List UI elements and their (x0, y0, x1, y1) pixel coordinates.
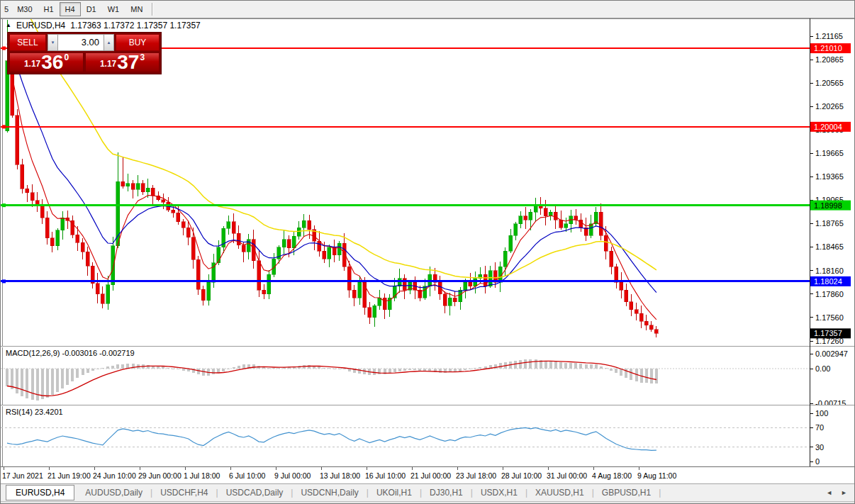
candle-body (181, 222, 185, 228)
candle-body (368, 308, 371, 318)
macd-histogram-bar (36, 369, 39, 401)
chart-tab-dj30-h1[interactable]: DJ30,H1 (423, 486, 470, 500)
macd-histogram-bar (111, 366, 114, 369)
macd-histogram-bar (167, 368, 169, 369)
candle-body (232, 222, 235, 234)
candle-body (464, 282, 467, 290)
macd-histogram-bar (227, 369, 230, 369)
chart-tab-xauusd-h1[interactable]: XAUUSD,H1 (528, 486, 591, 500)
buy-button[interactable]: BUY (116, 34, 160, 51)
chart-tab-ukoil-h1[interactable]: UKOil,H1 (369, 486, 419, 500)
candle-body (45, 218, 49, 238)
candle-body (644, 321, 648, 325)
collapse-panel-icon[interactable]: ▲ (6, 22, 11, 29)
window-bottom-edge (1, 501, 855, 504)
macd-histogram-bar (630, 369, 632, 380)
macd-histogram-bar (358, 369, 361, 374)
macd-histogram-bar (222, 369, 225, 371)
macd-histogram-bar (6, 369, 9, 386)
candle-body (186, 228, 190, 237)
macd-histogram-bar (564, 363, 567, 369)
candle-body (503, 251, 507, 267)
timeframe-button-w1[interactable]: W1 (102, 2, 125, 16)
macd-histogram-bar (41, 369, 44, 399)
tabs-scroll-right-icon[interactable]: ► (841, 489, 847, 496)
hline-handle[interactable] (2, 125, 6, 128)
candle-body (151, 188, 155, 196)
toolbar-separator (152, 3, 153, 16)
chart-canvas[interactable]: 1.211651.208651.205651.202651.199651.196… (1, 18, 855, 483)
candle-body (81, 242, 84, 252)
sell-price-display[interactable]: 1.17 36 0 (9, 52, 84, 72)
timeframe-button-mn[interactable]: MN (125, 2, 148, 16)
chart-tab-usdchf-h4[interactable]: USDCHF,H4 (153, 486, 215, 500)
tab-separator: | (592, 488, 594, 498)
candle-body (308, 220, 311, 229)
buy-price-display[interactable]: 1.17 37 3 (85, 52, 160, 72)
timeframe-button-d1[interactable]: D1 (81, 2, 102, 16)
buy-price-small: 1.17 (100, 59, 116, 69)
candle-body (378, 298, 381, 306)
chart-tab-eurusd-h4[interactable]: EURUSD,H4 (6, 485, 74, 500)
macd-histogram-bar (182, 369, 185, 371)
timeframe-button-5[interactable]: 5 (1, 2, 11, 16)
terminal-window: 5M30H1H4D1W1MN 1.211651.208651.205651.20… (0, 0, 855, 504)
volume-input[interactable]: 3.00 (58, 34, 104, 51)
macd-histogram-bar (459, 369, 462, 371)
sell-price-big: 36 (41, 53, 63, 71)
volume-decrease-icon[interactable]: ▼ (48, 34, 58, 51)
macd-histogram-bar (162, 366, 164, 369)
chart-tab-usdcnh-daily[interactable]: USDCNH,Daily (294, 486, 365, 500)
chart-tab-usdcad-daily[interactable]: USDCAD,Daily (219, 486, 291, 500)
price-badge-label: 1.18998 (814, 201, 842, 210)
macd-histogram-bar (590, 364, 593, 369)
timeframe-toolbar: 5M30H1H4D1W1MN (1, 1, 854, 18)
candle-body (630, 302, 633, 310)
macd-histogram-bar (157, 366, 160, 369)
macd-histogram-bar (177, 369, 179, 369)
candle-body (267, 274, 271, 294)
chart-background[interactable] (1, 18, 855, 483)
candle-body (564, 224, 568, 228)
candle-body (373, 306, 376, 318)
rsi-axis-label: 0 (815, 457, 820, 466)
price-tick-label: 1.17860 (815, 290, 844, 298)
candle-body (16, 116, 19, 164)
macd-histogram-bar (479, 367, 481, 369)
macd-histogram-bar (76, 369, 79, 378)
macd-axis-label: -0.00715 (815, 399, 846, 408)
macd-histogram-bar (574, 363, 577, 369)
candle-body (96, 284, 99, 294)
chart-symbol-period: EURUSD,H4 (16, 21, 65, 30)
timeframe-button-h4[interactable]: H4 (60, 2, 81, 16)
candle-body (126, 184, 130, 186)
chart-tab-usdx-h1[interactable]: USDX,H1 (474, 486, 525, 500)
sell-button[interactable]: SELL (9, 34, 46, 51)
candle-body (524, 216, 527, 220)
candle-body (21, 164, 24, 189)
time-axis-label: 16 Jul 10:00 (365, 471, 406, 480)
candle-body (302, 220, 306, 228)
price-tick-label: 1.18765 (815, 219, 844, 228)
time-axis-label: 31 Jul 00:00 (547, 471, 587, 480)
tab-separator: | (471, 488, 473, 498)
hline-handle[interactable] (2, 279, 6, 283)
chart-tab-gbpusd-h1[interactable]: GBPUSD,H1 (595, 486, 658, 500)
tabs-scroll-left-icon[interactable]: ◄ (826, 489, 832, 496)
macd-histogram-bar (121, 364, 124, 369)
macd-histogram-bar (116, 364, 119, 369)
timeframe-button-m30[interactable]: M30 (11, 2, 38, 16)
candle-body (423, 286, 427, 298)
macd-histogram-bar (101, 368, 104, 369)
chart-frame: 1.211651.208651.205651.202651.199651.196… (1, 18, 855, 483)
candle-body (76, 235, 79, 242)
timeframe-button-h1[interactable]: H1 (38, 2, 60, 16)
time-axis-label: 28 Jul 10:00 (501, 471, 542, 480)
volume-increase-icon[interactable]: ▲ (104, 34, 114, 51)
hline-handle[interactable] (2, 203, 6, 207)
candle-body (347, 267, 351, 290)
candle-body (488, 271, 492, 286)
tab-separator: | (659, 488, 661, 498)
chart-tab-audusd-daily[interactable]: AUDUSD,Daily (78, 486, 150, 500)
hline-handle[interactable] (2, 47, 6, 50)
